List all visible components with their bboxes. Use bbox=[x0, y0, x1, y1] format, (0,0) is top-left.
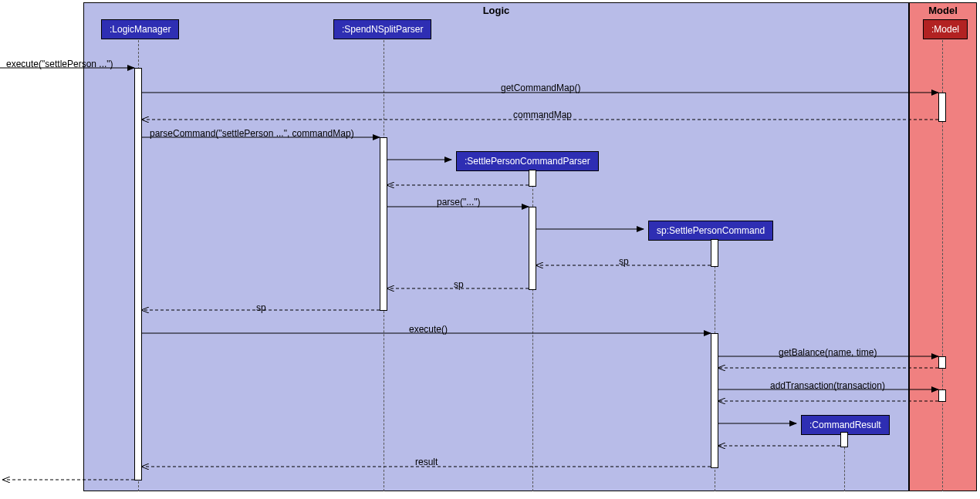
activation-model-1 bbox=[938, 93, 946, 122]
participant-logicmanager: :LogicManager bbox=[101, 19, 179, 39]
participant-model: :Model bbox=[923, 19, 968, 39]
msg-getbalance: getBalance(name, time) bbox=[779, 347, 877, 358]
msg-addtransaction: addTransaction(transaction) bbox=[770, 380, 885, 391]
activation-model-2 bbox=[938, 356, 946, 369]
activation-commandresult bbox=[840, 432, 848, 447]
activation-spcommand-1 bbox=[711, 239, 718, 267]
activation-settlepersonparser-2 bbox=[529, 207, 536, 290]
msg-sp3: sp bbox=[256, 302, 266, 313]
msg-sp2: sp bbox=[454, 279, 464, 290]
logic-frame: Logic bbox=[83, 2, 909, 491]
activation-settlepersonparser-1 bbox=[529, 170, 536, 187]
msg-execute2: execute() bbox=[409, 324, 448, 335]
msg-result: result bbox=[415, 457, 438, 467]
model-frame: Model bbox=[909, 2, 977, 491]
participant-spcommand: sp:SettlePersonCommand bbox=[648, 221, 773, 241]
msg-execute1: execute("settlePerson ...") bbox=[6, 59, 113, 69]
activation-model-3 bbox=[938, 389, 946, 402]
model-frame-label: Model bbox=[922, 3, 964, 18]
msg-parse: parse("...") bbox=[437, 197, 481, 207]
activation-spendnsplit bbox=[380, 137, 387, 311]
participant-settlepersonparser: :SettlePersonCommandParser bbox=[456, 151, 599, 171]
msg-parsecommand: parseCommand("settlePerson ...", command… bbox=[150, 128, 354, 139]
activation-spcommand-2 bbox=[711, 333, 718, 468]
msg-getcommandmap: getCommandMap() bbox=[501, 83, 580, 93]
participant-spendnsplitparser: :SpendNSplitParser bbox=[333, 19, 431, 39]
logic-frame-label: Logic bbox=[477, 3, 516, 18]
msg-commandmap: commandMap bbox=[513, 110, 572, 120]
activation-logicmanager bbox=[134, 68, 142, 480]
msg-sp1: sp bbox=[619, 256, 629, 267]
